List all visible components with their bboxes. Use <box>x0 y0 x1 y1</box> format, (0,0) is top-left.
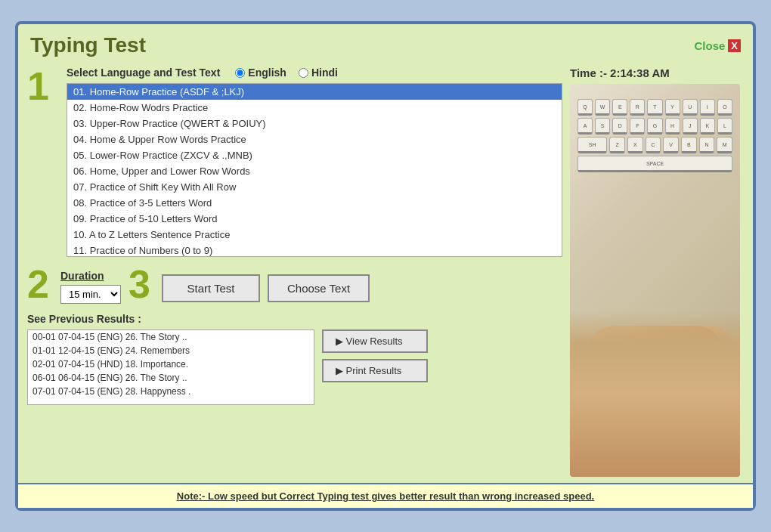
start-test-button[interactable]: Start Test <box>162 274 260 302</box>
key-c: C <box>646 137 661 153</box>
key-x: X <box>627 137 643 153</box>
key-b: B <box>681 137 697 153</box>
key-m: M <box>717 137 732 153</box>
key-v: V <box>663 137 679 153</box>
section-2-number: 2 <box>27 264 60 304</box>
left-panel: 1 Select Language and Test Text English … <box>27 66 562 477</box>
keyboard-keys: Q W E R T Y U I O A S <box>577 99 732 326</box>
window-title: Typing Test <box>30 33 146 57</box>
key-j: J <box>683 118 698 135</box>
section-3-number: 3 <box>128 264 162 304</box>
key-space: SPACE <box>577 156 732 172</box>
test-list-item[interactable]: 07. Practice of Shift Key With All Row <box>67 179 562 195</box>
test-list-item[interactable]: 01. Home-Row Practice (ASDF & ;LKJ) <box>67 84 562 100</box>
key-i: I <box>700 99 715 116</box>
duration-label: Duration <box>60 270 104 282</box>
key-n: N <box>699 137 715 153</box>
key-s: S <box>595 118 610 135</box>
time-display: Time :- 2:14:38 AM <box>570 66 670 79</box>
key-g: G <box>647 118 662 135</box>
key-e: E <box>612 99 627 116</box>
close-label: Close <box>694 39 725 52</box>
test-list-item[interactable]: 02. Home-Row Wodrs Practice <box>67 100 562 116</box>
section-1: 1 Select Language and Test Text English … <box>27 66 562 257</box>
section-2-content: Duration 5 min. 10 min. 15 min. 20 min. … <box>60 270 121 304</box>
test-list-item[interactable]: 09. Practice of 5-10 Letters Word <box>67 211 562 227</box>
key-q: Q <box>577 99 593 116</box>
key-z: Z <box>609 137 625 153</box>
key-f: F <box>630 118 645 135</box>
result-item[interactable]: 00-01 07-04-15 (ENG) 26. The Story .. <box>28 330 314 344</box>
result-item[interactable]: 01-01 12-04-15 (ENG) 24. Remembers <box>28 344 314 357</box>
key-u: U <box>683 99 698 116</box>
result-item[interactable]: 07-01 07-04-15 (ENG) 28. Happyness . <box>28 385 314 398</box>
main-content: 1 Select Language and Test Text English … <box>18 60 753 483</box>
test-list-item[interactable]: 08. Practice of 3-5 Letters Word <box>67 195 562 211</box>
choose-text-button[interactable]: Choose Text <box>268 274 370 302</box>
key-t: T <box>647 99 662 116</box>
key-k: K <box>700 118 715 135</box>
english-label: English <box>248 66 286 79</box>
test-list-item[interactable]: 11. Practice of Numbers (0 to 9) <box>67 243 562 257</box>
result-item[interactable]: 06-01 06-04-15 (ENG) 26. The Story .. <box>28 371 314 385</box>
select-language-label: Select Language and Test Text <box>67 66 220 79</box>
right-panel: Time :- 2:14:38 AM Q W E R T Y U I <box>570 66 744 477</box>
close-icon[interactable]: X <box>728 39 741 52</box>
hindi-label: Hindi <box>311 66 338 79</box>
key-a: A <box>577 118 593 135</box>
section-1-number: 1 <box>27 66 60 106</box>
key-w: W <box>595 99 610 116</box>
key-d: D <box>612 118 627 135</box>
key-h: H <box>665 118 680 135</box>
key-y: Y <box>665 99 680 116</box>
title-bar: Typing Test Close X <box>18 24 753 60</box>
key-shift: SH <box>577 137 607 153</box>
section-23-row: 2 Duration 5 min. 10 min. 15 min. 20 min… <box>27 264 562 304</box>
previous-results-row: 00-01 07-04-15 (ENG) 26. The Story ..01-… <box>27 329 562 405</box>
key-o: O <box>717 99 732 116</box>
hand-overlay <box>570 311 740 477</box>
print-results-button[interactable]: ▶ Print Results <box>322 359 428 382</box>
section-3-content: Start Test Choose Text <box>162 274 370 304</box>
close-button[interactable]: Close X <box>694 39 741 52</box>
previous-results-label: See Previous Results : <box>27 313 562 325</box>
result-item[interactable]: 02-01 07-04-15 (HND) 18. Importance. <box>28 357 314 371</box>
results-buttons: ▶ View Results ▶ Print Results <box>322 329 428 382</box>
key-l: L <box>717 118 732 135</box>
previous-results-section: See Previous Results : 00-01 07-04-15 (E… <box>27 313 562 405</box>
section-1-header: Select Language and Test Text English Hi… <box>67 66 562 79</box>
test-list-item[interactable]: 03. Upper-Row Practice (QWERT & POIUY) <box>67 116 562 131</box>
test-list-item[interactable]: 10. A to Z Letters Sentence Practice <box>67 227 562 243</box>
english-radio[interactable] <box>235 68 245 78</box>
hindi-radio-label[interactable]: Hindi <box>299 66 338 79</box>
language-radio-group: English Hindi <box>235 66 338 79</box>
main-window: Typing Test Close X 1 Select Language an… <box>15 21 756 511</box>
hindi-radio[interactable] <box>299 68 308 78</box>
keyboard-visual: Q W E R T Y U I O A S <box>570 84 740 477</box>
note-bar: Note:- Low speed but Correct Typing test… <box>18 483 753 508</box>
test-list-item[interactable]: 06. Home, Upper and Lower Row Words <box>67 163 562 179</box>
keyboard-image: Q W E R T Y U I O A S <box>570 84 740 477</box>
test-list[interactable]: 01. Home-Row Practice (ASDF & ;LKJ)02. H… <box>67 83 562 257</box>
results-list[interactable]: 00-01 07-04-15 (ENG) 26. The Story ..01-… <box>27 329 314 405</box>
key-r: R <box>630 99 645 116</box>
test-list-item[interactable]: 05. Lower-Row Practice (ZXCV & .,MNB) <box>67 147 562 163</box>
view-results-button[interactable]: ▶ View Results <box>322 329 428 353</box>
note-text: Note:- Low speed but Correct Typing test… <box>177 490 594 502</box>
note-prefix: Note:- <box>177 490 208 502</box>
english-radio-label[interactable]: English <box>235 66 286 79</box>
test-list-item[interactable]: 04. Home & Upper Row Words Practice <box>67 131 562 147</box>
duration-select[interactable]: 5 min. 10 min. 15 min. 20 min. 30 min. <box>60 285 121 304</box>
note-underlined: Low speed but Correct Typing test gives … <box>208 490 594 502</box>
section-1-content: Select Language and Test Text English Hi… <box>67 66 562 257</box>
